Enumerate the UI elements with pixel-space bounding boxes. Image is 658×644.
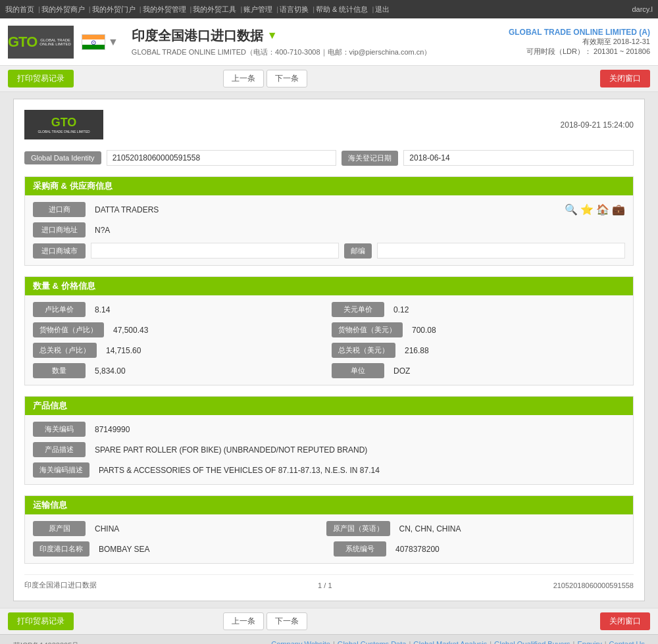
product-desc-row: 产品描述 SPARE PART ROLLER (FOR BIKE) (UNBRA… <box>33 442 625 457</box>
doc-footer-page: 1 / 1 <box>318 582 332 589</box>
dropdown-icon[interactable]: ▼ <box>108 36 118 48</box>
doc-logo-box: GTO GLOBAL TRADE ONLINE LIMITED <box>24 110 103 139</box>
page-title: 印度全国港口进口数据 ▼ <box>132 27 432 45</box>
customs-date-label: 海关登记日期 <box>342 151 398 166</box>
icp-number: 苏ICP备14033305号 <box>13 641 79 645</box>
usd-unit-price-label: 关元单价 <box>332 302 384 317</box>
unit-value: DOZ <box>390 364 625 378</box>
nav-buttons-top: 上一条 下一条 <box>223 70 307 87</box>
page-header: GTO GLOBAL TRADE ONLINE LIMITED ▼ 印度全国港口… <box>0 18 658 66</box>
goods-value-rupee-value: 47,500.43 <box>109 324 326 337</box>
importer-city-label: 进口商城市 <box>33 243 86 259</box>
main-content: GTO GLOBAL TRADE ONLINE LIMITED 2018-09-… <box>0 92 658 608</box>
global-data-identity-label: Global Data Identity <box>24 151 101 164</box>
price-row-4: 数量 5,834.00 单位 DOZ <box>33 363 625 378</box>
importer-icons: 🔍 ⭐ 🏠 💼 <box>565 203 625 216</box>
product-body: 海关编码 87149990 产品描述 SPARE PART ROLLER (FO… <box>25 415 633 484</box>
footer-contact-us[interactable]: Contact Us <box>609 640 645 644</box>
origin-value: CHINA <box>91 522 321 535</box>
nav-foreign-trade[interactable]: 我的外贸商户 <box>41 5 85 14</box>
product-desc-label: 产品描述 <box>33 442 86 457</box>
identity-row: Global Data Identity 2105201806000059155… <box>24 150 634 166</box>
footer-bottom: 苏ICP备14033305号 Company Website | Global … <box>13 640 645 644</box>
quantity-price-body: 卢比单价 8.14 关元单价 0.12 货物价值（卢比） 47,500.43 货… <box>25 295 633 385</box>
customs-code-row: 海关编码 87149990 <box>33 422 625 437</box>
top-toolbar: 打印贸易记录 上一条 下一条 关闭窗口 <box>0 66 658 92</box>
doc-logo: GTO GLOBAL TRADE ONLINE LIMITED <box>24 110 103 139</box>
nav-account[interactable]: 账户管理 <box>243 5 272 14</box>
total-duty-rupee-label: 总关税（卢比） <box>33 343 97 358</box>
home-icon[interactable]: 🏠 <box>596 203 609 216</box>
flag-area: ▼ <box>82 34 118 50</box>
india-flag <box>82 34 105 50</box>
doc-footer-id: 21052018060000591558 <box>553 582 634 589</box>
system-code-label: 系统编号 <box>334 541 386 557</box>
quantity-label: 数量 <box>33 363 86 378</box>
importer-address-label: 进口商地址 <box>33 222 86 237</box>
customs-desc-row: 海关编码描述 PARTS & ACCESSORIES OF THE VEHICL… <box>33 462 625 478</box>
footer-enquiry[interactable]: Enquiry <box>577 640 601 644</box>
zip-value <box>377 243 625 259</box>
nav-language[interactable]: 语言切换 <box>280 5 309 14</box>
close-button-bottom[interactable]: 关闭窗口 <box>600 612 650 630</box>
footer-customs-data[interactable]: Global Customs Data <box>338 640 407 644</box>
validity-info: 有效期至 2018-12-31 <box>509 37 650 47</box>
footer-market-analysis[interactable]: Global Market Analysis <box>413 640 487 644</box>
search-icon[interactable]: 🔍 <box>565 203 578 216</box>
star-icon[interactable]: ⭐ <box>580 203 594 216</box>
importer-row: 进口商 DATTA TRADERS 🔍 ⭐ 🏠 💼 <box>33 202 625 217</box>
price-row-1: 卢比单价 8.14 关元单价 0.12 <box>33 302 625 317</box>
nav-management[interactable]: 我的外贸管理 <box>143 5 186 14</box>
rupee-unit-price-label: 卢比单价 <box>33 302 86 317</box>
next-button-bottom[interactable]: 下一条 <box>266 612 307 630</box>
goods-value-usd-value: 700.08 <box>408 324 625 337</box>
title-arrow-icon: ▼ <box>267 30 278 41</box>
transport-header: 运输信息 <box>25 496 633 514</box>
total-duty-usd-label: 总关税（美元） <box>332 343 395 358</box>
close-button-top[interactable]: 关闭窗口 <box>600 70 650 87</box>
customs-desc-value: PARTS & ACCESSORIES OF THE VEHICLES OF 8… <box>95 464 625 477</box>
transport-section: 运输信息 原产国 CHINA 原产国（英语） CN, CHN, CHINA 印度… <box>24 495 634 564</box>
footer-links: Company Website | Global Customs Data | … <box>271 640 645 644</box>
nav-portal[interactable]: 我的外贸门户 <box>92 5 136 14</box>
top-navigation: 我的首页 | 我的外贸商户 | 我的外贸门户 | 我的外贸管理 | 我的外贸工具… <box>0 0 658 18</box>
importer-city-value <box>91 243 339 259</box>
username: darcy.l <box>632 5 653 13</box>
nav-help[interactable]: 帮助 & 统计信息 <box>316 5 368 14</box>
logo: GTO GLOBAL TRADE ONLINE LIMITED <box>8 26 74 59</box>
port-value: BOMBAY SEA <box>95 543 328 556</box>
doc-footer-source: 印度全国港口进口数据 <box>24 580 97 590</box>
next-button-top[interactable]: 下一条 <box>266 70 307 87</box>
quantity-price-section: 数量 & 价格信息 卢比单价 8.14 关元单价 0.12 货物价值（卢比） 4… <box>24 276 634 385</box>
quantity-price-header: 数量 & 价格信息 <box>25 277 633 295</box>
nav-logout[interactable]: 退出 <box>375 5 390 14</box>
origin-label: 原产国 <box>33 521 86 536</box>
buyer-supplier-header: 采购商 & 供应商信息 <box>25 177 633 195</box>
importer-value: DATTA TRADERS <box>91 203 554 216</box>
footer-qualified-buyers[interactable]: Global Qualified Buyers <box>494 640 570 644</box>
origin-en-label: 原产国（英语） <box>326 521 390 536</box>
customs-code-label: 海关编码 <box>33 422 86 437</box>
price-row-2: 货物价值（卢比） 47,500.43 货物价值（美元） 700.08 <box>33 322 625 337</box>
nav-home[interactable]: 我的首页 <box>5 5 34 14</box>
footer-company-website[interactable]: Company Website <box>271 640 330 644</box>
nav-tools[interactable]: 我的外贸工具 <box>193 5 236 14</box>
quantity-value: 5,834.00 <box>91 364 326 378</box>
importer-label: 进口商 <box>33 202 86 217</box>
product-section: 产品信息 海关编码 87149990 产品描述 SPARE PART ROLLE… <box>24 396 634 485</box>
unit-label: 单位 <box>332 363 384 378</box>
print-button-bottom[interactable]: 打印贸易记录 <box>8 612 74 630</box>
document-card: GTO GLOBAL TRADE ONLINE LIMITED 2018-09-… <box>13 99 645 601</box>
port-label: 印度港口名称 <box>33 541 89 557</box>
transport-body: 原产国 CHINA 原产国（英语） CN, CHN, CHINA 印度港口名称 … <box>25 514 633 563</box>
origin-row: 原产国 CHINA 原产国（英语） CN, CHN, CHINA <box>33 521 625 536</box>
bottom-toolbar: 打印贸易记录 上一条 下一条 关闭窗口 <box>0 608 658 634</box>
prev-button-top[interactable]: 上一条 <box>223 70 264 87</box>
product-desc-value: SPARE PART ROLLER (FOR BIKE) (UNBRANDED/… <box>91 443 625 457</box>
logo-area: GTO GLOBAL TRADE ONLINE LIMITED <box>8 26 74 59</box>
print-button-top[interactable]: 打印贸易记录 <box>8 70 74 87</box>
customs-date-value: 2018-06-14 <box>403 150 634 166</box>
briefcase-icon[interactable]: 💼 <box>612 203 625 216</box>
prev-button-bottom[interactable]: 上一条 <box>223 612 264 630</box>
importer-city-row: 进口商城市 邮编 <box>33 243 625 259</box>
